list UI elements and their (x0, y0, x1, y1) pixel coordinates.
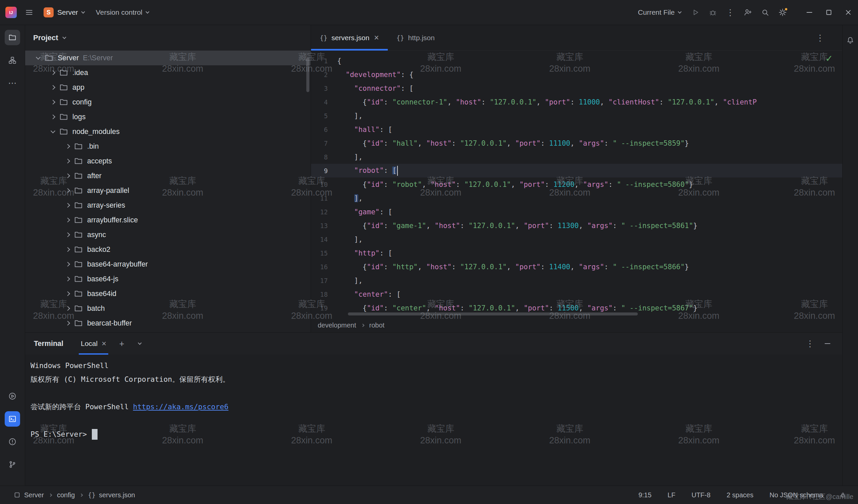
terminal-tab-local[interactable]: Local × (76, 332, 111, 355)
editor-horizontal-scrollbar[interactable] (348, 312, 638, 315)
project-widget[interactable]: S Server (39, 5, 89, 20)
tool-window-button-problems[interactable] (5, 434, 20, 450)
expand-icon[interactable] (65, 291, 70, 296)
settings-button[interactable] (775, 5, 790, 20)
expand-icon[interactable] (65, 174, 70, 178)
code-line-12[interactable]: 12 "game": [ (311, 205, 842, 219)
tree-item-base64id[interactable]: base64id (25, 286, 311, 301)
terminal-link[interactable]: https://aka.ms/pscore6 (133, 403, 228, 411)
status-widget-encoding[interactable]: UTF-8 (692, 491, 711, 499)
tree-item-.idea[interactable]: .idea (25, 65, 311, 80)
editor-tab-http.json[interactable]: {}http.json (388, 25, 443, 50)
breadcrumb-item[interactable]: robot (369, 322, 385, 329)
debug-button[interactable] (705, 5, 720, 20)
code-line-13[interactable]: 13 {"id": "game-1", "host": "127.0.0.1",… (311, 219, 842, 232)
status-path-servers.json[interactable]: {}servers.json (88, 491, 135, 499)
notifications-button[interactable] (843, 32, 858, 48)
expand-icon[interactable] (65, 203, 70, 208)
status-path-config[interactable]: config (57, 491, 75, 499)
status-widget-indent[interactable]: 2 spaces (727, 491, 753, 499)
breadcrumb-item[interactable]: development (318, 322, 356, 329)
readonly-toggle-button[interactable] (839, 491, 847, 499)
code-line-1[interactable]: 1{ (311, 54, 842, 68)
code-line-10[interactable]: 10 {"id": "robot", "host": "127.0.0.1", … (311, 178, 842, 191)
tree-item-accepts[interactable]: accepts (25, 154, 311, 168)
code-line-16[interactable]: 16 {"id": "http", "host": "127.0.0.1", "… (311, 260, 842, 274)
tree-item-batch[interactable]: batch (25, 301, 311, 316)
tool-window-button-structure[interactable] (5, 52, 20, 68)
tree-item-Server[interactable]: ServerE:\Server (25, 51, 311, 65)
code-line-4[interactable]: 4 {"id": "connector-1", "host": "127.0.0… (311, 95, 842, 109)
code-line-5[interactable]: 5 ], (311, 109, 842, 123)
editor[interactable]: 1{2 "development": {3 "connector": [4 {"… (311, 51, 842, 318)
terminal-type-dropdown[interactable] (132, 336, 147, 351)
tree-item-base64-arraybuffer[interactable]: base64-arraybuffer (25, 257, 311, 272)
tool-window-button-version-control[interactable] (5, 457, 20, 472)
close-tab-icon[interactable]: × (101, 339, 106, 348)
status-widget-caret-position[interactable]: 9:15 (638, 491, 652, 499)
status-path-Server[interactable]: Server (13, 491, 44, 499)
new-terminal-button[interactable]: + (114, 336, 129, 351)
status-widget-line-separator[interactable]: LF (668, 491, 676, 499)
editor-tab-servers.json[interactable]: {}servers.json× (311, 25, 388, 50)
close-button[interactable] (839, 0, 858, 25)
tree-item-array-parallel[interactable]: array-parallel (25, 183, 311, 198)
tool-window-button-run[interactable] (5, 389, 20, 404)
minimize-button[interactable] (800, 0, 819, 25)
hide-terminal-button[interactable] (820, 336, 835, 351)
expand-icon[interactable] (65, 247, 70, 252)
code-line-11[interactable]: 11 ], (311, 191, 842, 205)
code-line-14[interactable]: 14 ], (311, 232, 842, 246)
chevron-down-icon[interactable] (62, 35, 66, 39)
expand-icon[interactable] (65, 218, 70, 222)
tree-item-node_modules[interactable]: node_modules (25, 124, 311, 139)
collapse-icon[interactable] (51, 128, 55, 133)
expand-icon[interactable] (65, 262, 70, 266)
search-everywhere-button[interactable] (758, 5, 773, 20)
close-tab-icon[interactable]: × (374, 33, 379, 43)
code-line-9[interactable]: 9 "robot": [ (311, 164, 842, 178)
maximize-button[interactable] (819, 0, 839, 25)
terminal-options-button[interactable]: ⋮ (803, 336, 817, 351)
tree-item-array-series[interactable]: array-series (25, 198, 311, 213)
status-widget-json-schema[interactable]: No JSON schema (769, 491, 823, 499)
expand-icon[interactable] (65, 188, 70, 193)
main-menu-button[interactable] (21, 5, 37, 20)
tree-item-logs[interactable]: logs (25, 110, 311, 124)
more-actions-button[interactable]: ⋮ (722, 5, 738, 20)
code-line-17[interactable]: 17 ], (311, 274, 842, 287)
collapse-icon[interactable] (36, 54, 41, 59)
tree-item-bearcat-buffer[interactable]: bearcat-buffer (25, 316, 311, 330)
code-line-7[interactable]: 7 {"id": "hall", "host": "127.0.0.1", "p… (311, 136, 842, 150)
inspection-ok-icon[interactable]: ✓ (825, 53, 833, 64)
tree-item-arraybuffer.slice[interactable]: arraybuffer.slice (25, 213, 311, 227)
tool-window-button-more[interactable]: ⋯ (5, 75, 20, 91)
expand-icon[interactable] (65, 321, 70, 325)
code-line-6[interactable]: 6 "hall": [ (311, 123, 842, 136)
code-line-8[interactable]: 8 ], (311, 150, 842, 164)
code-line-18[interactable]: 18 "center": [ (311, 287, 842, 301)
run-button[interactable] (688, 5, 703, 20)
vcs-widget[interactable]: Version control (91, 6, 154, 19)
code-line-15[interactable]: 15 "http": [ (311, 246, 842, 260)
tree-item-backo2[interactable]: backo2 (25, 242, 311, 257)
expand-icon[interactable] (51, 115, 55, 119)
expand-icon[interactable] (51, 70, 55, 75)
expand-icon[interactable] (65, 277, 70, 281)
expand-icon[interactable] (51, 100, 55, 104)
code-line-2[interactable]: 2 "development": { (311, 68, 842, 81)
tool-window-button-terminal[interactable] (5, 411, 20, 427)
code-line-3[interactable]: 3 "connector": [ (311, 81, 842, 95)
expand-icon[interactable] (65, 232, 70, 237)
tree-item-config[interactable]: config (25, 95, 311, 110)
editor-tabs-options-button[interactable]: ⋮ (810, 25, 830, 50)
expand-icon[interactable] (65, 144, 70, 149)
tree-item-.bin[interactable]: .bin (25, 139, 311, 154)
tree-item-async[interactable]: async (25, 227, 311, 242)
tree-item-base64-js[interactable]: base64-js (25, 272, 311, 286)
code-with-me-button[interactable] (740, 5, 756, 20)
expand-icon[interactable] (65, 306, 70, 311)
expand-icon[interactable] (65, 159, 70, 163)
project-scrollbar[interactable] (306, 57, 309, 92)
expand-icon[interactable] (51, 85, 55, 90)
